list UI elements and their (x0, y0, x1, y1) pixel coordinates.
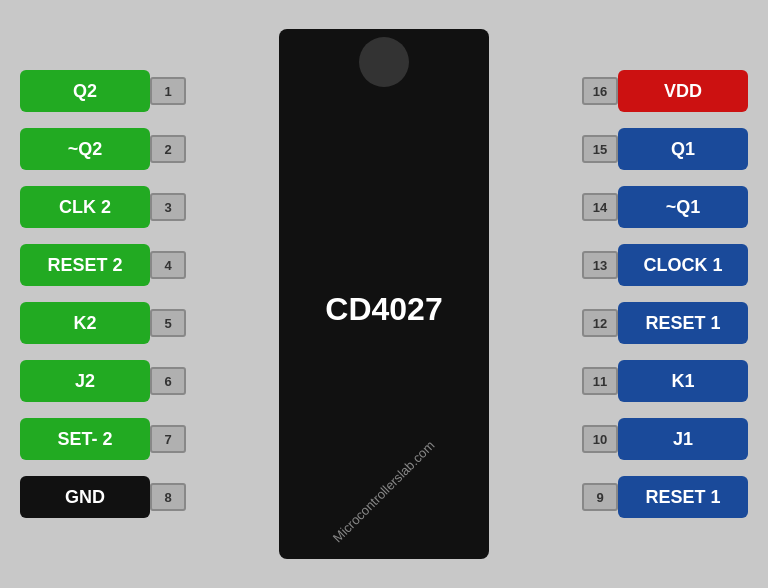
pin-label: RESET 2 (20, 244, 150, 286)
left-pin-row: SET- 2 7 (20, 410, 186, 468)
left-pin-row: J2 6 (20, 352, 186, 410)
ic-watermark: Microcontrollerslab.com (330, 438, 438, 546)
pin-connector: 13 (582, 251, 618, 279)
pin-connector: 5 (150, 309, 186, 337)
ic-label: CD4027 (325, 291, 442, 328)
left-pin-row: CLK 2 3 (20, 178, 186, 236)
pin-connector: 2 (150, 135, 186, 163)
pin-connector: 8 (150, 483, 186, 511)
ic-notch (359, 37, 409, 87)
pin-connector: 9 (582, 483, 618, 511)
pin-label: VDD (618, 70, 748, 112)
pin-connector: 3 (150, 193, 186, 221)
right-pin-row: VDD 16 (582, 62, 748, 120)
pin-connector: 6 (150, 367, 186, 395)
left-pin-row: GND 8 (20, 468, 186, 526)
pin-connector: 4 (150, 251, 186, 279)
pin-connector: 1 (150, 77, 186, 105)
diagram: Q2 1 ~Q2 2 CLK 2 3 RESET 2 4 K2 5 J2 6 S… (0, 0, 768, 588)
pin-connector: 12 (582, 309, 618, 337)
pin-label: Q1 (618, 128, 748, 170)
pin-connector: 11 (582, 367, 618, 395)
left-pins: Q2 1 ~Q2 2 CLK 2 3 RESET 2 4 K2 5 J2 6 S… (20, 62, 186, 526)
right-pin-row: CLOCK 1 13 (582, 236, 748, 294)
right-pins: VDD 16 Q1 15 ~Q1 14 CLOCK 1 13 RESET 1 1… (582, 62, 748, 526)
pin-label: K2 (20, 302, 150, 344)
left-pin-row: Q2 1 (20, 62, 186, 120)
right-pin-row: ~Q1 14 (582, 178, 748, 236)
pin-connector: 15 (582, 135, 618, 163)
pin-connector: 14 (582, 193, 618, 221)
pin-connector: 16 (582, 77, 618, 105)
right-pin-row: RESET 1 9 (582, 468, 748, 526)
right-pin-row: RESET 1 12 (582, 294, 748, 352)
left-pin-row: K2 5 (20, 294, 186, 352)
pin-label: CLOCK 1 (618, 244, 748, 286)
left-pin-row: RESET 2 4 (20, 236, 186, 294)
pin-connector: 7 (150, 425, 186, 453)
pin-label: SET- 2 (20, 418, 150, 460)
right-pin-row: J1 10 (582, 410, 748, 468)
pin-connector: 10 (582, 425, 618, 453)
right-pin-row: K1 11 (582, 352, 748, 410)
right-pin-row: Q1 15 (582, 120, 748, 178)
pin-label: ~Q2 (20, 128, 150, 170)
ic-body: CD4027 Microcontrollerslab.com (279, 29, 489, 559)
pin-label: K1 (618, 360, 748, 402)
pin-label: Q2 (20, 70, 150, 112)
pin-label: CLK 2 (20, 186, 150, 228)
left-pin-row: ~Q2 2 (20, 120, 186, 178)
pin-label: RESET 1 (618, 302, 748, 344)
pin-label: RESET 1 (618, 476, 748, 518)
pin-label: GND (20, 476, 150, 518)
pin-label: J2 (20, 360, 150, 402)
pin-label: ~Q1 (618, 186, 748, 228)
pin-label: J1 (618, 418, 748, 460)
